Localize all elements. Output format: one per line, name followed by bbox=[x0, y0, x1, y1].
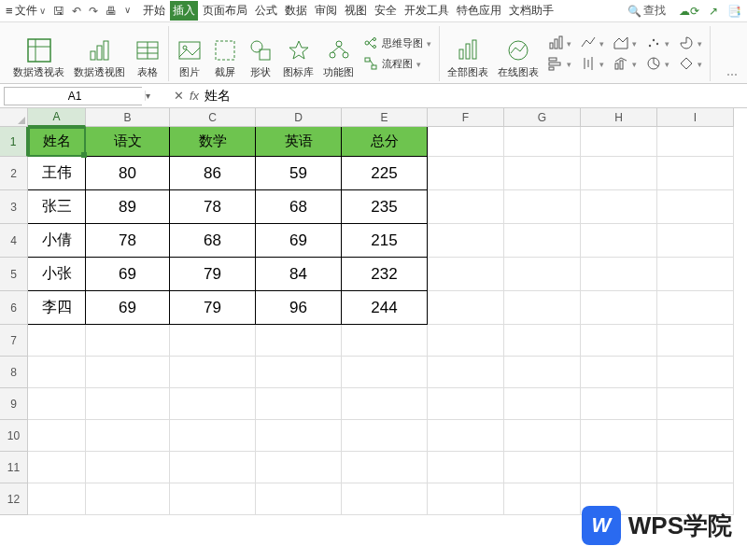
cell[interactable]: 96 bbox=[256, 291, 342, 325]
ribbon-tab-6[interactable]: 视图 bbox=[342, 1, 370, 21]
cell[interactable] bbox=[657, 388, 734, 420]
scatter-chart-button[interactable]: ▾ bbox=[646, 35, 669, 52]
cell[interactable] bbox=[657, 258, 734, 291]
cell[interactable] bbox=[504, 157, 581, 190]
cell[interactable] bbox=[86, 388, 170, 420]
cell[interactable] bbox=[170, 452, 256, 483]
cell[interactable] bbox=[28, 420, 86, 452]
ribbon-tab-9[interactable]: 特色应用 bbox=[454, 1, 504, 21]
screenshot-button[interactable]: 截屏 bbox=[212, 37, 238, 81]
cell[interactable]: 215 bbox=[342, 224, 428, 258]
ribbon-overflow[interactable]: ⋯ bbox=[723, 68, 741, 81]
ribbon-tab-5[interactable]: 审阅 bbox=[312, 1, 340, 21]
cell[interactable]: 李四 bbox=[28, 291, 86, 325]
stock-chart-button[interactable]: ▾ bbox=[581, 56, 604, 73]
pie-chart-button[interactable]: ▾ bbox=[679, 35, 702, 52]
col-header[interactable]: A bbox=[28, 108, 86, 127]
cell[interactable] bbox=[581, 325, 657, 357]
cell[interactable] bbox=[581, 224, 657, 258]
redo-icon[interactable]: ↷ bbox=[89, 5, 98, 18]
cell[interactable] bbox=[504, 291, 581, 325]
pin-icon[interactable]: 📑 bbox=[727, 5, 741, 18]
bar-chart-button[interactable]: ▾ bbox=[548, 35, 571, 52]
cell[interactable]: 84 bbox=[256, 258, 342, 291]
row-header[interactable]: 5 bbox=[0, 258, 28, 291]
select-all-corner[interactable] bbox=[0, 108, 28, 127]
cell[interactable] bbox=[504, 388, 581, 420]
cell[interactable]: 232 bbox=[342, 258, 428, 291]
cell[interactable]: 79 bbox=[170, 258, 256, 291]
cell[interactable] bbox=[504, 224, 581, 258]
cell[interactable] bbox=[504, 325, 581, 357]
undo-icon[interactable]: ↶ bbox=[72, 5, 81, 18]
flowchart-button[interactable]: 流程图▾ bbox=[363, 56, 431, 73]
file-menu[interactable]: ≡ 文件 ∨ bbox=[6, 3, 46, 19]
pivot-chart-button[interactable]: 数据透视图 bbox=[74, 37, 125, 81]
cell[interactable] bbox=[581, 127, 657, 157]
cell[interactable] bbox=[504, 357, 581, 388]
ribbon-tab-7[interactable]: 安全 bbox=[372, 1, 400, 21]
cell[interactable] bbox=[504, 190, 581, 224]
cell[interactable] bbox=[657, 357, 734, 388]
cell[interactable] bbox=[428, 325, 504, 357]
cell[interactable] bbox=[342, 483, 428, 515]
more-charts-button[interactable]: ▾ bbox=[646, 56, 669, 73]
area-chart-button[interactable]: ▾ bbox=[613, 35, 637, 52]
qat-chevron-icon[interactable]: ∨ bbox=[124, 5, 131, 18]
row-header[interactable]: 10 bbox=[0, 420, 28, 452]
cell[interactable] bbox=[657, 127, 734, 157]
cell[interactable] bbox=[256, 388, 342, 420]
cell[interactable] bbox=[581, 388, 657, 420]
cell[interactable] bbox=[256, 420, 342, 452]
name-box-dropdown-icon[interactable]: ▾ bbox=[145, 91, 150, 101]
ribbon-tab-8[interactable]: 开发工具 bbox=[402, 1, 452, 21]
spreadsheet[interactable]: ABCDEFGHI 1姓名语文数学英语总分2王伟8086592253张三8978… bbox=[0, 108, 747, 515]
cell[interactable] bbox=[256, 325, 342, 357]
cell[interactable] bbox=[657, 157, 734, 190]
cell[interactable]: 小张 bbox=[28, 258, 86, 291]
cell[interactable] bbox=[581, 291, 657, 325]
cell[interactable] bbox=[28, 325, 86, 357]
cell[interactable] bbox=[581, 258, 657, 291]
fx-icon[interactable]: fx bbox=[190, 89, 199, 103]
cell[interactable] bbox=[428, 483, 504, 515]
cell[interactable] bbox=[170, 357, 256, 388]
cell[interactable] bbox=[256, 357, 342, 388]
name-box[interactable]: ▾ bbox=[4, 87, 142, 105]
ribbon-tab-4[interactable]: 数据 bbox=[282, 1, 310, 21]
ribbon-tab-1[interactable]: 插入 bbox=[170, 1, 198, 21]
row-header[interactable]: 6 bbox=[0, 291, 28, 325]
cell[interactable] bbox=[86, 483, 170, 515]
cell[interactable] bbox=[657, 325, 734, 357]
cell[interactable]: 235 bbox=[342, 190, 428, 224]
name-box-input[interactable] bbox=[5, 88, 145, 105]
cell[interactable]: 80 bbox=[86, 157, 170, 190]
row-header[interactable]: 7 bbox=[0, 325, 28, 357]
save-icon[interactable]: 🖫 bbox=[53, 5, 64, 18]
ribbon-tab-0[interactable]: 开始 bbox=[140, 1, 168, 21]
cell[interactable] bbox=[28, 357, 86, 388]
cell[interactable]: 数学 bbox=[170, 127, 256, 157]
cell[interactable] bbox=[28, 388, 86, 420]
cell[interactable] bbox=[657, 291, 734, 325]
cell[interactable] bbox=[504, 483, 581, 515]
cell[interactable] bbox=[28, 452, 86, 483]
cell[interactable] bbox=[86, 357, 170, 388]
cell[interactable]: 姓名 bbox=[28, 127, 86, 157]
cell[interactable] bbox=[428, 420, 504, 452]
radar-chart-button[interactable]: ▾ bbox=[679, 56, 702, 73]
cell[interactable] bbox=[581, 190, 657, 224]
cell[interactable]: 68 bbox=[170, 224, 256, 258]
cell[interactable] bbox=[86, 325, 170, 357]
cell[interactable]: 张三 bbox=[28, 190, 86, 224]
row-header[interactable]: 9 bbox=[0, 388, 28, 420]
cell[interactable]: 59 bbox=[256, 157, 342, 190]
col-header[interactable]: F bbox=[428, 108, 504, 127]
cell[interactable]: 英语 bbox=[256, 127, 342, 157]
col-header[interactable]: E bbox=[342, 108, 428, 127]
col-header[interactable]: H bbox=[581, 108, 657, 127]
cell[interactable] bbox=[428, 388, 504, 420]
cell[interactable] bbox=[504, 258, 581, 291]
cell[interactable] bbox=[342, 388, 428, 420]
online-charts-button[interactable]: 在线图表 bbox=[498, 37, 539, 81]
